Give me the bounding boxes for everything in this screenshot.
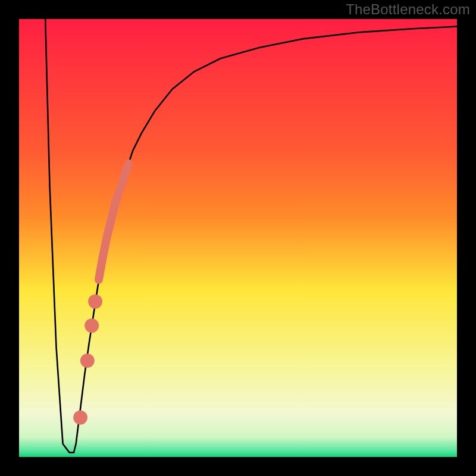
data-marker	[73, 411, 87, 425]
chart-svg	[0, 0, 476, 476]
data-marker	[80, 353, 95, 368]
data-marker	[84, 318, 99, 333]
plot-background	[19, 19, 457, 457]
watermark-label: TheBottleneck.com	[346, 1, 470, 18]
bottleneck-chart: TheBottleneck.com	[0, 0, 476, 476]
data-marker	[88, 295, 102, 309]
